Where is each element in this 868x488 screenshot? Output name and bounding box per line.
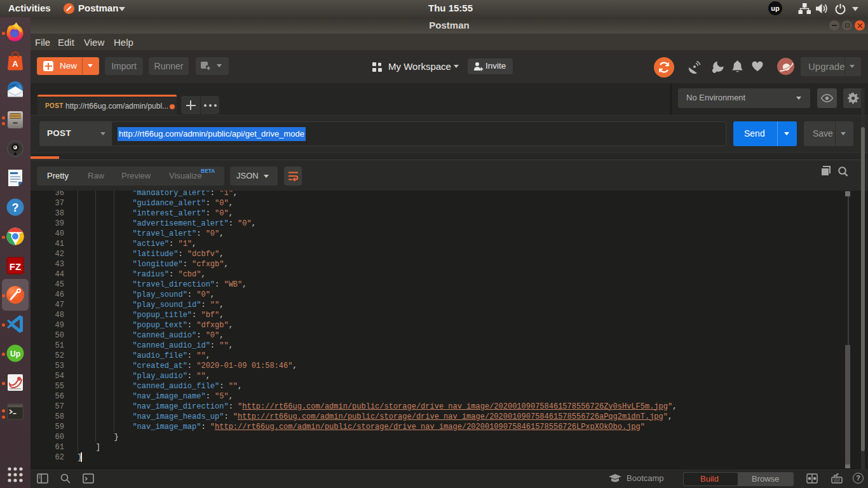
svg-text:A: A — [12, 59, 18, 69]
svg-text:Up: Up — [10, 349, 20, 358]
svg-text:up: up — [771, 4, 780, 12]
svg-text:?: ? — [12, 201, 19, 214]
svg-text:FZ: FZ — [10, 261, 21, 272]
